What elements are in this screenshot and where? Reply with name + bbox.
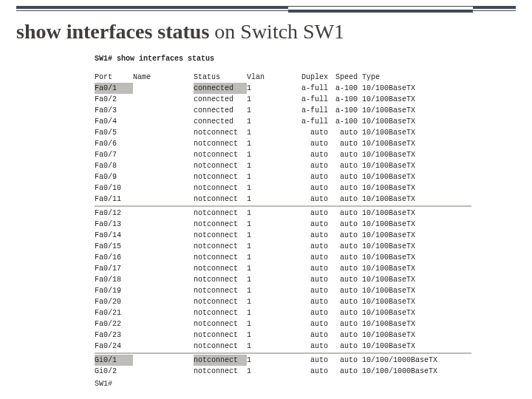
separator-icon <box>95 352 471 354</box>
cell-duplex: auto <box>285 355 328 366</box>
title-bold: show interfaces status <box>16 20 209 43</box>
cell-speed: auto <box>328 149 358 160</box>
cell-type: 10/100BaseTX <box>362 160 471 171</box>
cell-duplex: auto <box>285 138 328 149</box>
cell-vlan: 1 <box>247 194 285 205</box>
cell-vlan: 1 <box>247 285 285 296</box>
cell-port: Fa0/21 <box>95 307 133 318</box>
cell-vlan: 1 <box>247 263 285 274</box>
cell-status: connected <box>194 116 247 127</box>
cell-duplex: auto <box>285 219 328 230</box>
cell-type: 10/100BaseTX <box>362 252 471 263</box>
cell-status: notconnect <box>194 219 247 230</box>
cell-speed: auto <box>328 219 358 230</box>
cell-port: Fa0/5 <box>95 127 133 138</box>
cell-port: Fa0/8 <box>95 160 133 171</box>
cell-speed: a-100 <box>328 94 358 105</box>
cell-type: 10/100BaseTX <box>362 171 471 183</box>
table-row: Fa0/5notconnect1autoauto10/100BaseTX <box>95 127 471 138</box>
cell-duplex: auto <box>285 194 328 205</box>
table-row: Fa0/10notconnect1autoauto10/100BaseTX <box>95 183 471 194</box>
cell-port: Gi0/1 <box>95 355 133 366</box>
cell-speed: a-100 <box>328 83 358 94</box>
terminal-output: SW1# show interfaces status Port Name St… <box>95 53 471 389</box>
cell-vlan: 1 <box>247 219 285 230</box>
cell-speed: auto <box>328 330 358 341</box>
cell-status: notconnect <box>194 274 247 285</box>
cell-vlan: 1 <box>247 183 285 194</box>
cell-vlan: 1 <box>247 138 285 149</box>
cell-vlan: 1 <box>247 83 285 94</box>
cell-port: Fa0/4 <box>95 116 133 127</box>
cell-vlan: 1 <box>247 341 285 352</box>
cell-speed: auto <box>328 230 358 241</box>
table-row: Fa0/14notconnect1autoauto10/100BaseTX <box>95 230 471 241</box>
cell-port: Fa0/17 <box>95 263 133 274</box>
cell-type: 10/100BaseTX <box>362 194 471 205</box>
table-row: Fa0/11notconnect1autoauto10/100BaseTX <box>95 194 471 205</box>
cell-status: notconnect <box>194 252 247 263</box>
cell-speed: auto <box>328 296 358 307</box>
cell-port: Fa0/15 <box>95 241 133 252</box>
cell-duplex: auto <box>285 230 328 241</box>
table-row: Fa0/12notconnect1autoauto10/100BaseTX <box>95 208 471 219</box>
cell-status: notconnect <box>194 230 247 241</box>
cell-duplex: auto <box>285 318 328 330</box>
cell-port: Fa0/11 <box>95 194 133 205</box>
hdr-speed: Speed <box>328 72 358 83</box>
cell-duplex: auto <box>285 341 328 352</box>
cell-type: 10/100BaseTX <box>362 138 471 149</box>
cell-vlan: 1 <box>247 171 285 183</box>
cell-speed: auto <box>328 127 358 138</box>
cell-status: notconnect <box>194 138 247 149</box>
cell-duplex: auto <box>285 296 328 307</box>
cell-duplex: auto <box>285 307 328 318</box>
table-row: Fa0/24notconnect1autoauto10/100BaseTX <box>95 341 471 352</box>
separator-icon <box>95 205 471 207</box>
cell-port: Fa0/2 <box>95 94 133 105</box>
cell-duplex: auto <box>285 274 328 285</box>
cell-type: 10/100BaseTX <box>362 149 471 160</box>
hdr-port: Port <box>95 72 133 83</box>
cell-port: Fa0/22 <box>95 318 133 330</box>
table-row: Fa0/3connected1a-fulla-10010/100BaseTX <box>95 105 471 116</box>
cell-type: 10/100BaseTX <box>362 263 471 274</box>
cell-vlan: 1 <box>247 105 285 116</box>
table-row: Fa0/4connected1a-fulla-10010/100BaseTX <box>95 116 471 127</box>
cell-type: 10/100BaseTX <box>362 105 471 116</box>
cell-type: 10/100BaseTX <box>362 116 471 127</box>
cell-port: Fa0/6 <box>95 138 133 149</box>
header-row: Port Name Status Vlan Duplex Speed Type <box>95 72 471 83</box>
cell-speed: auto <box>328 183 358 194</box>
cell-status: notconnect <box>194 341 247 352</box>
cell-port: Fa0/20 <box>95 296 133 307</box>
table-row: Fa0/7notconnect1autoauto10/100BaseTX <box>95 149 471 160</box>
cell-type: 10/100BaseTX <box>362 94 471 105</box>
cell-speed: auto <box>328 307 358 318</box>
cell-port: Fa0/18 <box>95 274 133 285</box>
table-row: Gi0/2notconnect1autoauto10/100/1000BaseT… <box>95 366 471 377</box>
cell-type: 10/100BaseTX <box>362 307 471 318</box>
cell-port: Fa0/7 <box>95 149 133 160</box>
cell-status: notconnect <box>194 307 247 318</box>
table-row: Fa0/1connected1a-fulla-10010/100BaseTX <box>95 83 471 94</box>
cell-port: Fa0/13 <box>95 219 133 230</box>
hdr-name: Name <box>133 72 194 83</box>
cell-status: notconnect <box>194 171 247 183</box>
cell-status: notconnect <box>194 366 247 377</box>
cell-vlan: 1 <box>247 127 285 138</box>
cell-port: Fa0/16 <box>95 252 133 263</box>
cell-type: 10/100/1000BaseTX <box>362 355 471 366</box>
cell-speed: auto <box>328 160 358 171</box>
cell-vlan: 1 <box>247 230 285 241</box>
cell-status: notconnect <box>194 127 247 138</box>
cell-speed: a-100 <box>328 116 358 127</box>
cell-duplex: auto <box>285 127 328 138</box>
cell-status: notconnect <box>194 194 247 205</box>
hdr-duplex: Duplex <box>285 72 328 83</box>
cell-type: 10/100BaseTX <box>362 318 471 330</box>
table-row: Fa0/8notconnect1autoauto10/100BaseTX <box>95 160 471 171</box>
table-row: Fa0/19notconnect1autoauto10/100BaseTX <box>95 285 471 296</box>
table-row: Fa0/2connected1a-fulla-10010/100BaseTX <box>95 94 471 105</box>
cell-type: 10/100BaseTX <box>362 208 471 219</box>
